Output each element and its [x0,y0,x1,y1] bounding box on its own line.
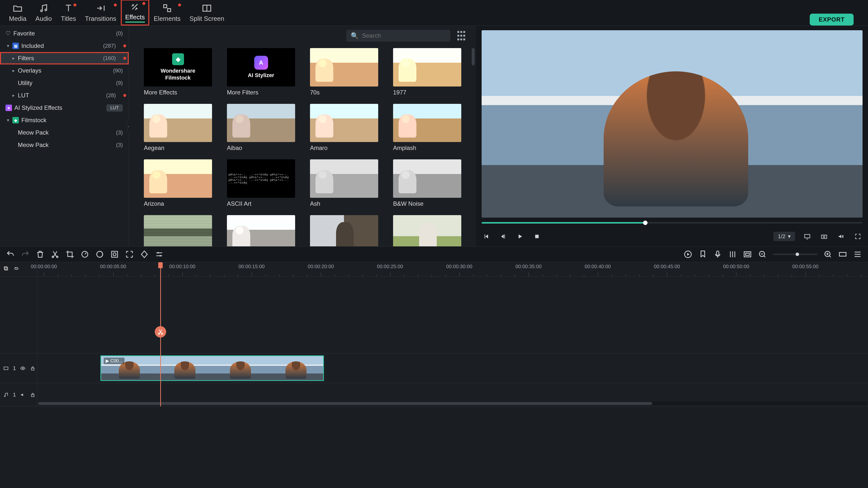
effect-item-bad-tv[interactable]: Bad TV Signal [144,215,212,246]
view-grid-icon[interactable] [456,31,466,41]
playhead-split-button[interactable] [155,326,166,337]
export-button[interactable]: EXPORT [810,13,854,26]
sidebar-item-favorite[interactable]: ♡ Favorite (0) [0,27,129,40]
track-header-audio-1[interactable]: 1 [0,383,37,406]
sidebar-item-included[interactable]: ▾ ▦ Included (287) [0,40,129,52]
effect-item-arizona[interactable]: Arizona [144,159,212,207]
effect-item-70s[interactable]: 70s [310,48,378,96]
tab-elements[interactable]: Elements [149,1,185,26]
tab-transitions[interactable]: Transitions [80,1,121,26]
effects-grid-scroll[interactable]: ◆ Wondershare Filmstock More Effects A A… [129,45,476,246]
zoom-in-button[interactable] [824,250,832,259]
horizontal-scrollbar[interactable] [38,401,868,405]
horizontal-scrollbar-thumb[interactable] [38,402,652,405]
timeline-body[interactable]: 00:00:00:0000:00:05:0000:00:10:0000:00:1… [37,262,868,406]
ruler-mark: 00:00:35:00 [515,264,541,269]
zoom-slider-knob[interactable] [796,253,799,256]
tab-titles[interactable]: Titles [56,1,80,26]
display-settings-button[interactable] [803,232,812,241]
color-button[interactable] [95,250,104,259]
clip-thumbnail [268,356,323,380]
undo-button[interactable] [6,250,15,259]
timeline-row-video-1[interactable]: ▶C00... [37,353,868,383]
playhead-handle-icon[interactable] [158,262,163,268]
green-screen-button[interactable] [110,250,119,259]
go-start-button[interactable] [482,232,491,241]
ruler-mark: 00:00:15:00 [238,264,265,269]
effect-item-more-effects[interactable]: ◆ Wondershare Filmstock More Effects [144,48,212,96]
lock-icon[interactable] [30,365,36,371]
tab-media[interactable]: Media [4,1,31,26]
timeline-view-button[interactable] [853,250,862,259]
effect-item-amaro[interactable]: Amaro [310,104,378,152]
effect-item-bw-noise[interactable]: B&W Noise [393,159,461,207]
tab-split-screen[interactable]: Split Screen [185,1,229,26]
step-back-button[interactable] [498,232,508,241]
keyframe-button[interactable] [140,250,149,259]
effect-item-aibao[interactable]: Aibao [227,104,295,152]
fit-timeline-button[interactable] [838,250,847,259]
effect-item-basic-blur[interactable]: Basic Blur [310,215,378,246]
stop-button[interactable] [532,232,541,241]
effect-item-beautify[interactable]: Beautify [393,215,461,246]
track-header-video-1[interactable]: 1 [0,353,37,383]
svg-point-27 [22,367,24,369]
lock-icon[interactable] [30,392,36,398]
volume-button[interactable] [836,232,846,241]
voiceover-button[interactable] [713,250,722,259]
speed-button[interactable] [80,250,89,259]
effect-item-amplash[interactable]: Amplash [393,104,461,152]
sidebar-item-ai-stylized[interactable]: ★ AI Stylized Effects LUT [0,102,129,114]
svg-rect-30 [31,395,34,396]
effect-item-ash[interactable]: Ash [310,159,378,207]
effect-item-more-filters[interactable]: A AI Stylizer More Filters [227,48,295,96]
tab-audio[interactable]: Audio [31,1,57,26]
timeline-playhead[interactable] [160,262,161,406]
tab-effects[interactable]: Effects [121,0,149,26]
preview-progress[interactable]: ❮ ❯ 00:00:08:15 [482,219,863,227]
effect-item-1977[interactable]: 1977 [393,48,461,96]
sidebar-item-filmstock[interactable]: ▾ ◆ Filmstock [0,114,129,126]
preview-scale-select[interactable]: 1/2▾ [773,232,795,241]
timeline-clip[interactable]: ▶C00... [100,355,324,381]
copy-button[interactable] [3,265,9,273]
sidebar-item-utility[interactable]: Utility (9) [0,77,129,89]
adjust-button[interactable] [155,250,164,259]
effect-item-ascii-art[interactable]: @#%&*+=-:. .:-=+*&%#@ @#%&*+=-:. .:-=+*&… [227,159,295,207]
chevron-down-icon: ▾ [788,233,790,240]
effect-item-aegean[interactable]: Aegean [144,104,212,152]
sidebar-item-lut[interactable]: ▸ LUT (28) [0,89,129,102]
split-button[interactable] [51,250,60,259]
progress-knob[interactable] [643,221,648,225]
vertical-scrollbar-thumb[interactable] [472,48,475,65]
safe-zone-button[interactable] [743,250,752,259]
play-button[interactable] [515,232,525,241]
effect-thumbnail [393,104,461,142]
render-button[interactable] [683,250,692,259]
sidebar-item-label: Overlays [18,67,41,74]
marker-button[interactable] [699,250,707,259]
delete-button[interactable] [36,250,44,259]
effect-thumbnail [310,48,378,87]
redo-button[interactable] [21,250,30,259]
video-track-icon [3,365,9,371]
visibility-icon[interactable] [20,365,26,371]
top-tab-bar: Media Audio Titles Transitions Effects E… [0,0,868,26]
motion-tracking-button[interactable] [125,250,134,259]
audio-mixer-button[interactable] [728,250,737,259]
zoom-slider[interactable] [773,254,817,255]
sidebar-item-meow-pack-2[interactable]: Meow Pack (3) [0,139,129,151]
snapshot-button[interactable] [819,232,829,241]
preview-canvas[interactable] [482,30,863,218]
link-button[interactable] [13,265,19,273]
search-input[interactable] [362,32,446,39]
sidebar-item-filters[interactable]: ▸ Filters (160) [0,52,129,64]
effect-item-baltan[interactable]: Baltan [227,215,295,246]
mute-icon[interactable] [20,392,26,398]
sidebar-item-overlays[interactable]: ▸ Overlays (90) [0,64,129,77]
crop-button[interactable] [65,250,74,259]
sidebar-item-meow-pack-1[interactable]: Meow Pack (3) [0,126,129,139]
zoom-out-button[interactable] [758,250,767,259]
search-box[interactable]: 🔍 [346,30,451,42]
fullscreen-button[interactable] [853,232,863,241]
